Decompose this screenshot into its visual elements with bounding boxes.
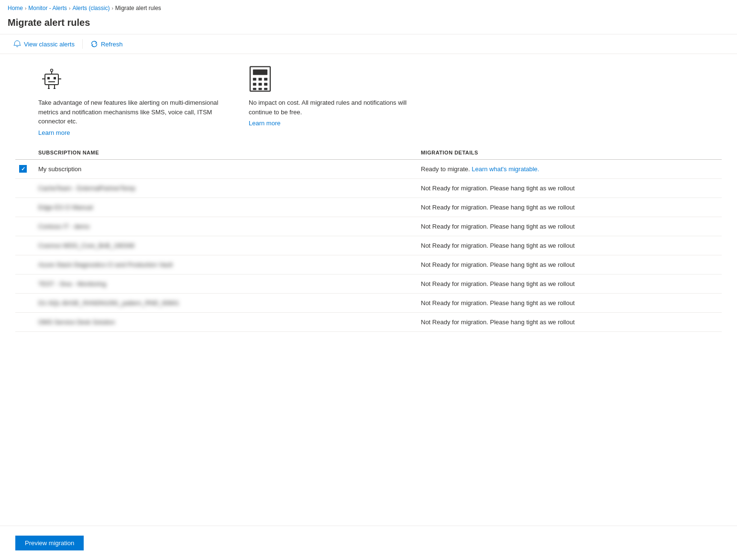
svg-rect-18	[259, 83, 262, 86]
migration-details: Not Ready for migration. Please hang tig…	[421, 318, 722, 326]
not-ready-text: Not Ready for migration. Please hang tig…	[421, 185, 575, 192]
migration-details: Not Ready for migration. Please hang tig…	[421, 280, 722, 287]
info-card-right-description: No impact on cost. All migrated rules an…	[249, 98, 430, 117]
info-cards-section: Take advantage of new features like aler…	[0, 54, 737, 146]
not-ready-text: Not Ready for migration. Please hang tig…	[421, 204, 575, 211]
svg-rect-13	[253, 69, 267, 75]
not-ready-text: Not Ready for migration. Please hang tig…	[421, 299, 575, 307]
svg-rect-14	[253, 78, 256, 81]
not-ready-text: Not Ready for migration. Please hang tig…	[421, 318, 575, 326]
col-details-header: MIGRATION DETAILS	[421, 150, 722, 155]
svg-rect-16	[264, 78, 267, 81]
table-row: OMS Service Desk SolutionNot Ready for m…	[15, 313, 722, 332]
calculator-icon	[249, 66, 272, 92]
checkbox-checked[interactable]	[19, 165, 27, 173]
svg-rect-15	[259, 78, 262, 81]
breadcrumb-monitor-alerts[interactable]: Monitor - Alerts	[28, 5, 67, 11]
svg-rect-2	[54, 77, 56, 79]
table-rows-container: My subscriptionReady to migrate. Learn w…	[15, 160, 722, 332]
breadcrumb-sep-1: ›	[25, 6, 26, 11]
subscription-name: D1-SQL-BASE_RANDN1091_pattern_RND_60841	[38, 299, 421, 307]
svg-point-5	[51, 69, 53, 72]
breadcrumb: Home › Monitor - Alerts › Alerts (classi…	[0, 0, 737, 15]
robot-icon	[38, 66, 65, 92]
subscription-name: TEST - Siva - Monitoring	[38, 280, 421, 287]
breadcrumb-alerts-classic[interactable]: Alerts (classic)	[72, 5, 110, 11]
svg-rect-3	[48, 81, 55, 82]
svg-rect-19	[264, 83, 267, 86]
table-row: TEST - Siva - MonitoringNot Ready for mi…	[15, 275, 722, 294]
info-card-right: No impact on cost. All migrated rules an…	[249, 66, 430, 136]
view-classic-alerts-button[interactable]: View classic alerts	[8, 37, 80, 51]
svg-rect-0	[45, 74, 58, 85]
subscription-name: Contoso IT - demo	[38, 223, 421, 230]
info-card-left-description: Take advantage of new features like aler…	[38, 98, 220, 126]
ready-text: Ready to migrate.	[421, 165, 472, 173]
table-row: Edge ES CI ManualNot Ready for migration…	[15, 198, 722, 217]
table-row: Cosmos WDG_Core_BnB_190348Not Ready for …	[15, 236, 722, 255]
not-ready-text: Not Ready for migration. Please hang tig…	[421, 280, 575, 287]
row-checkbox[interactable]	[15, 165, 38, 173]
svg-rect-22	[264, 88, 267, 90]
bell-icon	[13, 40, 21, 48]
table-row: Contoso IT - demoNot Ready for migration…	[15, 217, 722, 236]
page-title: Migrate alert rules	[0, 15, 737, 34]
svg-rect-17	[253, 83, 256, 86]
migration-details: Ready to migrate. Learn what's migratabl…	[421, 165, 722, 173]
preview-migration-button[interactable]: Preview migration	[15, 536, 84, 550]
col-subscription-header: SUBSCRIPTION NAME	[38, 150, 421, 155]
breadcrumb-current: Migrate alert rules	[115, 5, 161, 11]
table-header: SUBSCRIPTION NAME MIGRATION DETAILS	[15, 146, 722, 160]
info-card-left-learn-more[interactable]: Learn more	[38, 129, 70, 136]
table-row: Azure Stack Diagnostics CI and Productio…	[15, 255, 722, 275]
info-card-right-learn-more[interactable]: Learn more	[249, 120, 280, 127]
migration-details: Not Ready for migration. Please hang tig…	[421, 204, 722, 211]
migration-details: Not Ready for migration. Please hang tig…	[421, 299, 722, 307]
subscription-name: Edge ES CI Manual	[38, 204, 421, 211]
refresh-icon	[90, 40, 98, 48]
not-ready-text: Not Ready for migration. Please hang tig…	[421, 261, 575, 268]
info-card-left: Take advantage of new features like aler…	[38, 66, 220, 136]
subscriptions-table: SUBSCRIPTION NAME MIGRATION DETAILS My s…	[0, 146, 737, 332]
table-row: My subscriptionReady to migrate. Learn w…	[15, 160, 722, 179]
subscription-name: Azure Stack Diagnostics CI and Productio…	[38, 261, 421, 268]
svg-rect-21	[259, 88, 262, 90]
footer: Preview migration	[0, 526, 737, 560]
learn-whats-migratable-link[interactable]: Learn what's migratable.	[472, 165, 539, 173]
refresh-button[interactable]: Refresh	[85, 37, 129, 51]
migration-details: Not Ready for migration. Please hang tig…	[421, 223, 722, 230]
toolbar: View classic alerts Refresh	[0, 34, 737, 54]
toolbar-divider	[82, 39, 83, 49]
view-classic-alerts-label: View classic alerts	[24, 41, 75, 48]
svg-rect-20	[253, 88, 256, 90]
subscription-name: My subscription	[38, 165, 421, 173]
breadcrumb-sep-3: ›	[111, 6, 113, 11]
breadcrumb-home[interactable]: Home	[8, 5, 23, 11]
migration-details: Not Ready for migration. Please hang tig…	[421, 242, 722, 249]
subscription-name: CacheTeam - ExternalPartnerTemp	[38, 185, 421, 192]
not-ready-text: Not Ready for migration. Please hang tig…	[421, 223, 575, 230]
breadcrumb-sep-2: ›	[69, 6, 70, 11]
table-row: CacheTeam - ExternalPartnerTempNot Ready…	[15, 179, 722, 198]
subscription-name: OMS Service Desk Solution	[38, 318, 421, 326]
svg-rect-1	[47, 77, 50, 79]
table-row: D1-SQL-BASE_RANDN1091_pattern_RND_60841N…	[15, 294, 722, 313]
subscription-name: Cosmos WDG_Core_BnB_190348	[38, 242, 421, 249]
migration-details: Not Ready for migration. Please hang tig…	[421, 185, 722, 192]
not-ready-text: Not Ready for migration. Please hang tig…	[421, 242, 575, 249]
refresh-label: Refresh	[101, 41, 123, 48]
migration-details: Not Ready for migration. Please hang tig…	[421, 261, 722, 268]
